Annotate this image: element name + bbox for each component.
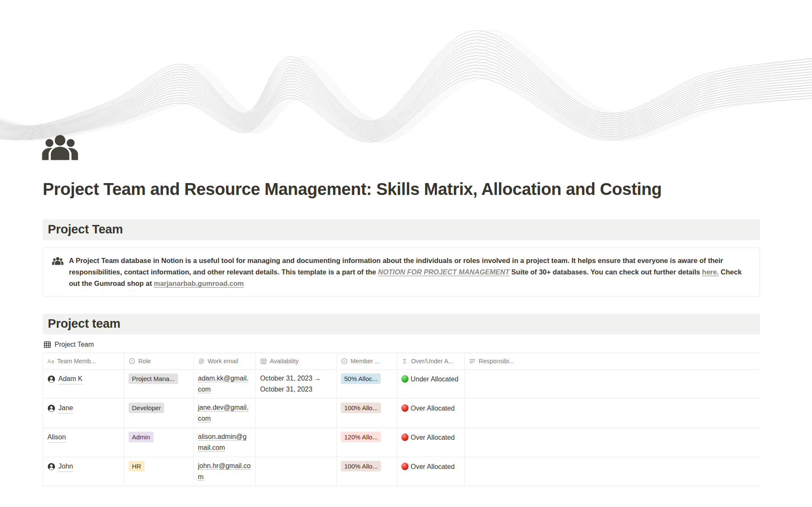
cell-responsibilities[interactable]	[465, 457, 760, 486]
cell-availability[interactable]	[256, 428, 337, 457]
cell-availability[interactable]: October 31, 2023 → October 31, 2023	[256, 370, 337, 398]
status-green-circle-icon	[401, 375, 409, 383]
cell-member-allocation[interactable]: 50% Alloc...	[337, 370, 397, 398]
cell-responsibilities[interactable]	[465, 399, 760, 428]
cell-team-member[interactable]: Alison	[43, 428, 124, 457]
cell-work-email[interactable]: jane.dev@gmail.com	[194, 399, 256, 428]
select-icon	[341, 358, 348, 364]
heading-project-team: Project Team	[43, 219, 760, 240]
status-label: Over Allocated	[411, 434, 455, 441]
page-title: Project Team and Resource Management: Sk…	[43, 179, 760, 199]
callout: A Project Team database in Notion is a u…	[43, 247, 760, 297]
database-view-title[interactable]: Project Team	[43, 339, 760, 350]
person-icon	[47, 463, 55, 471]
status-red-circle-icon	[401, 433, 409, 441]
wave-pattern	[0, 0, 812, 152]
allocation-tag: 50% Alloc...	[341, 373, 381, 384]
table-row-john: John HR john.hr@gmail.com 100% Allo... O…	[43, 457, 760, 486]
role-tag: Project Mana...	[129, 373, 178, 384]
cell-over-under-allocated[interactable]: Over Allocated	[397, 399, 465, 428]
role-tag: Admin	[129, 432, 154, 442]
role-tag: Developer	[129, 403, 164, 413]
column-header-responsibilities[interactable]: Responsibi...	[465, 353, 760, 369]
cell-role[interactable]: HR	[124, 457, 194, 486]
page-icon-people[interactable]	[42, 130, 78, 164]
cell-over-under-allocated[interactable]: Over Allocated	[397, 428, 465, 457]
cover-image	[0, 0, 812, 152]
cell-member-allocation[interactable]: 100% Allo...	[337, 399, 397, 428]
allocation-tag: 100% Allo...	[341, 461, 381, 471]
table-row-adam-k: Adam K Project Mana... adam.kk@gmail.com…	[43, 370, 760, 399]
status-label: Over Allocated	[411, 405, 455, 412]
table-icon	[44, 341, 51, 348]
column-header-team-member[interactable]: Aa Team Memb...	[43, 353, 124, 369]
project-team-table: Aa Team Memb... Role @ Work email Availa…	[43, 353, 760, 486]
table-row-alison: Alison Admin alison.admin@gmail.com 120%…	[43, 428, 760, 457]
cell-work-email[interactable]: adam.kk@gmail.com	[194, 370, 256, 398]
cell-availability[interactable]	[256, 399, 337, 428]
callout-text: A Project Team database in Notion is a u…	[69, 255, 750, 289]
people-group-icon	[52, 256, 63, 266]
table-header-row: Aa Team Memb... Role @ Work email Availa…	[43, 353, 760, 370]
status-red-circle-icon	[401, 463, 409, 470]
column-header-availability[interactable]: Availability	[256, 353, 337, 369]
column-header-over-under-allocated[interactable]: Σ Over/Under A...	[397, 353, 465, 369]
allocation-tag: 100% Allo...	[341, 403, 381, 413]
link-gumroad-shop[interactable]: marjanarbab.gumroad.com	[154, 280, 244, 287]
heading-project-team-lower: Project team	[43, 314, 760, 334]
cell-work-email[interactable]: alison.admin@gmail.com	[194, 428, 256, 457]
cell-responsibilities[interactable]	[465, 428, 760, 457]
cell-role[interactable]: Admin	[124, 428, 194, 457]
cell-work-email[interactable]: john.hr@gmail.com	[194, 457, 256, 486]
status-label: Over Allocated	[411, 463, 455, 470]
table-row-jane: Jane Developer jane.dev@gmail.com 100% A…	[43, 399, 760, 428]
cell-role[interactable]: Project Mana...	[124, 370, 194, 398]
status-label: Under Allocated	[411, 375, 458, 383]
person-icon	[47, 375, 55, 383]
heading-text: Project team	[48, 317, 121, 330]
database-name: Project Team	[55, 341, 94, 348]
link-notion-for-project-management[interactable]: NOTION FOR PROJECT MANAGEMENT	[378, 268, 510, 276]
formula-icon: Σ	[401, 358, 408, 364]
allocation-tag: 120% Allo...	[341, 432, 381, 442]
title-icon: Aa	[47, 358, 54, 364]
link-here[interactable]: here.	[702, 268, 719, 276]
callout-paragraph-2: Suite of 30+ databases. You can check ou…	[510, 268, 702, 276]
role-tag: HR	[129, 461, 145, 471]
email-icon: @	[198, 358, 205, 364]
date-icon	[260, 358, 267, 364]
cell-member-allocation[interactable]: 120% Allo...	[337, 428, 397, 457]
cell-over-under-allocated[interactable]: Under Allocated	[397, 370, 465, 398]
cell-role[interactable]: Developer	[124, 399, 194, 428]
column-header-role[interactable]: Role	[124, 353, 194, 369]
text-icon	[469, 358, 476, 364]
cell-availability[interactable]	[256, 457, 337, 486]
cell-responsibilities[interactable]	[465, 370, 760, 398]
column-header-member-allocation[interactable]: Member ...	[337, 353, 397, 369]
cell-team-member[interactable]: Adam K	[43, 370, 124, 398]
cell-team-member[interactable]: John	[43, 457, 124, 486]
cell-team-member[interactable]: Jane	[43, 399, 124, 428]
status-red-circle-icon	[401, 404, 409, 412]
heading-text: Project Team	[48, 222, 123, 236]
cell-member-allocation[interactable]: 100% Allo...	[337, 457, 397, 486]
cell-over-under-allocated[interactable]: Over Allocated	[397, 457, 465, 486]
person-icon	[47, 404, 55, 412]
column-header-work-email[interactable]: @ Work email	[194, 353, 256, 369]
select-icon	[129, 358, 135, 364]
